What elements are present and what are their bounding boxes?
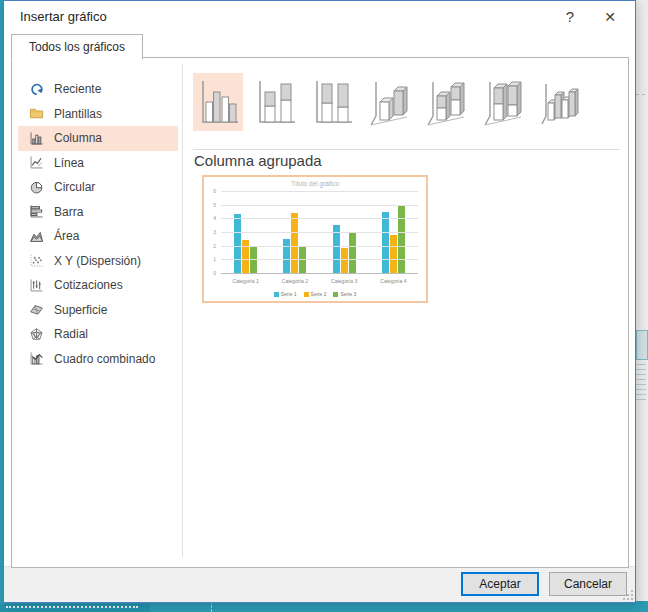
background-text-lines xyxy=(636,364,646,404)
mini-chart-gridline xyxy=(221,232,418,233)
mini-chart-category-label: Categoría 2 xyxy=(282,278,308,284)
mini-chart-gridline xyxy=(221,259,418,260)
pie-chart-icon xyxy=(28,179,44,195)
mini-chart-ylabels: 6543210 xyxy=(206,191,218,273)
sidebar-item-label: X Y (Dispersión) xyxy=(54,254,141,268)
mini-chart: Título del gráfico 6543210 Categoría 1Ca… xyxy=(204,177,426,301)
subtype-heading: Columna agrupada xyxy=(194,152,322,169)
mini-chart-legend-item: Serie 3 xyxy=(333,291,356,297)
mini-chart-ytick: 4 xyxy=(213,215,216,221)
close-icon[interactable]: ✕ xyxy=(593,1,627,33)
mini-chart-ytick: 1 xyxy=(213,256,216,262)
resize-grip[interactable] xyxy=(623,590,633,600)
gallery-tile-3d-column[interactable] xyxy=(535,73,585,131)
gallery-tile-3d-clustered-column[interactable] xyxy=(364,73,414,131)
mini-chart-plot xyxy=(221,191,418,273)
gallery-tile-100-stacked-column[interactable] xyxy=(307,73,357,131)
hundred-percent-stacked-column-3d-icon xyxy=(481,76,525,128)
mini-chart-ytick: 5 xyxy=(213,202,216,208)
dialog-titlebar[interactable]: Insertar gráfico ? ✕ xyxy=(4,1,635,33)
mini-chart-title: Título del gráfico xyxy=(204,180,426,187)
gallery-divider xyxy=(193,149,620,150)
dialog-title: Insertar gráfico xyxy=(20,1,107,33)
mini-chart-ytick: 2 xyxy=(213,243,216,249)
chart-subtype-gallery xyxy=(193,73,585,131)
folder-icon xyxy=(28,106,44,122)
mini-chart-ytick: 3 xyxy=(213,229,216,235)
sidebar-item-radial[interactable]: Radial xyxy=(18,322,178,347)
legend-label: Serie 2 xyxy=(311,291,327,297)
column-3d-icon xyxy=(538,76,582,128)
hundred-percent-stacked-column-icon xyxy=(310,76,354,128)
mini-chart-gridline xyxy=(221,218,418,219)
clustered-column-icon xyxy=(196,76,240,128)
insert-chart-dialog: Insertar gráfico ? ✕ Todos los gráficos … xyxy=(3,0,636,603)
sidebar-item-label: Circular xyxy=(54,180,95,194)
area-chart-icon xyxy=(28,228,44,244)
tab-all-charts[interactable]: Todos los gráficos xyxy=(11,34,143,60)
sidebar-item-label: Radial xyxy=(54,327,88,341)
mini-chart-ytick: 6 xyxy=(213,188,216,194)
mini-chart-bar xyxy=(291,213,298,273)
mini-chart-ytick: 0 xyxy=(213,270,216,276)
gallery-tile-3d-stacked-column[interactable] xyxy=(421,73,471,131)
chart-preview-card[interactable]: Título del gráfico 6543210 Categoría 1Ca… xyxy=(202,175,428,303)
mini-chart-bar xyxy=(283,239,290,273)
mini-chart-gridline xyxy=(221,205,418,206)
background-dash xyxy=(636,94,645,95)
mini-chart-bar xyxy=(341,248,348,273)
cancel-button[interactable]: Cancelar xyxy=(549,572,627,596)
legend-label: Serie 1 xyxy=(281,291,297,297)
gallery-tile-clustered-column[interactable] xyxy=(193,73,243,131)
legend-label: Serie 3 xyxy=(340,291,356,297)
mini-chart-bar xyxy=(390,235,397,273)
bar-chart-icon xyxy=(28,204,44,220)
mini-chart-legend-item: Serie 2 xyxy=(304,291,327,297)
sidebar-item-label: Reciente xyxy=(54,82,101,96)
sidebar-item-plantillas[interactable]: Plantillas xyxy=(18,102,178,127)
combo-chart-icon xyxy=(28,351,44,367)
sidebar-item-area[interactable]: Área xyxy=(18,224,178,249)
mini-chart-bar xyxy=(234,214,241,273)
column-chart-icon xyxy=(28,130,44,146)
mini-chart-categories: Categoría 1Categoría 2Categoría 3Categor… xyxy=(221,278,418,284)
gallery-tile-3d-100-stacked-column[interactable] xyxy=(478,73,528,131)
mini-chart-bar xyxy=(382,212,389,274)
sidebar-item-circular[interactable]: Circular xyxy=(18,175,178,200)
help-icon[interactable]: ? xyxy=(553,1,587,33)
sidebar-item-xy-dispersion[interactable]: X Y (Dispersión) xyxy=(18,249,178,274)
tab-page: Reciente Plantillas Columna Línea xyxy=(11,57,629,568)
accept-button[interactable]: Aceptar xyxy=(461,572,539,596)
sidebar-item-cotizaciones[interactable]: Cotizaciones xyxy=(18,273,178,298)
sidebar-item-label: Línea xyxy=(54,156,84,170)
sidebar-item-label: Barra xyxy=(54,205,83,219)
sidebar-item-columna[interactable]: Columna xyxy=(18,126,178,151)
stacked-column-3d-icon xyxy=(424,76,468,128)
mini-chart-gridline xyxy=(221,191,418,192)
dialog-footer: Aceptar Cancelar xyxy=(4,566,635,602)
clustered-column-3d-icon xyxy=(367,76,411,128)
mini-chart-category-label: Categoría 4 xyxy=(380,278,406,284)
line-chart-icon xyxy=(28,155,44,171)
mini-chart-bar xyxy=(349,232,356,273)
tab-label: Todos los gráficos xyxy=(29,40,125,54)
mini-chart-legend: Serie 1Serie 2Serie 3 xyxy=(204,291,426,297)
sidebar-item-reciente[interactable]: Reciente xyxy=(18,77,178,102)
sidebar-item-label: Área xyxy=(54,229,79,243)
scatter-chart-icon xyxy=(28,253,44,269)
placeholder-dotted-border xyxy=(6,606,138,608)
recent-icon xyxy=(28,81,44,97)
sidebar-item-label: Plantillas xyxy=(54,107,102,121)
legend-swatch xyxy=(333,292,338,297)
legend-swatch xyxy=(274,292,279,297)
stock-chart-icon xyxy=(28,277,44,293)
sidebar-item-superficie[interactable]: Superficie xyxy=(18,298,178,323)
mini-chart-legend-item: Serie 1 xyxy=(274,291,297,297)
sidebar-item-linea[interactable]: Línea xyxy=(18,151,178,176)
sidebar-item-label: Cuadro combinado xyxy=(54,352,155,366)
gallery-tile-stacked-column[interactable] xyxy=(250,73,300,131)
mini-chart-category-label: Categoría 3 xyxy=(331,278,357,284)
sidebar-item-cuadro-combinado[interactable]: Cuadro combinado xyxy=(18,347,178,372)
sidebar-item-barra[interactable]: Barra xyxy=(18,200,178,225)
sidebar-item-label: Columna xyxy=(54,131,102,145)
